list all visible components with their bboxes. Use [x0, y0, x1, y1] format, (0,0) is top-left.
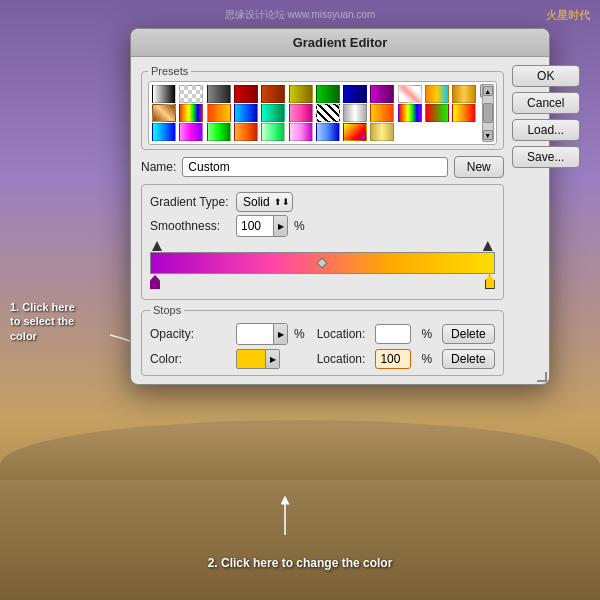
gradient-stop-bottom-row [150, 275, 495, 289]
preset-swatch[interactable] [316, 104, 340, 122]
preset-swatch[interactable] [207, 123, 231, 141]
gradient-midpoint[interactable] [317, 257, 328, 268]
preset-swatch[interactable] [207, 104, 231, 122]
color-swatch [237, 350, 265, 368]
preset-swatch[interactable] [234, 85, 258, 103]
preset-swatch[interactable] [234, 123, 258, 141]
preset-swatch[interactable] [370, 85, 394, 103]
color-location-pct: % [421, 352, 432, 366]
smoothness-input-wrap: ▶ [236, 215, 288, 237]
presets-scrollbar[interactable]: ▲ ▼ [482, 84, 494, 142]
preset-swatch[interactable] [370, 104, 394, 122]
watermark-logo: 火星时代 [546, 8, 590, 23]
preset-swatch[interactable] [343, 85, 367, 103]
gradient-type-select[interactable]: Solid Noise [236, 192, 293, 212]
preset-swatch[interactable] [343, 104, 367, 122]
stop-marker-top-left[interactable] [152, 241, 162, 251]
color-swatch-arrow-icon: ▶ [265, 350, 279, 368]
stops-legend: Stops [150, 304, 184, 316]
preset-swatch[interactable] [452, 104, 476, 122]
preset-swatch[interactable] [152, 85, 176, 103]
opacity-location-input[interactable] [375, 324, 411, 344]
preset-swatch[interactable] [179, 123, 203, 141]
gradient-bar[interactable] [150, 252, 495, 274]
preset-swatch[interactable] [316, 85, 340, 103]
stop-marker-bottom-left[interactable] [150, 275, 160, 289]
color-label: Color: [150, 352, 230, 366]
preset-swatch[interactable] [261, 104, 285, 122]
color-delete-button[interactable]: Delete [442, 349, 495, 369]
resize-handle[interactable] [537, 372, 547, 382]
scroll-up-arrow[interactable]: ▲ [483, 86, 493, 96]
gradient-type-select-wrap: Solid Noise ⬆⬇ [236, 192, 293, 212]
ok-button[interactable]: OK [512, 65, 580, 87]
smoothness-input[interactable] [237, 217, 273, 235]
name-label: Name: [141, 160, 176, 174]
gradient-editor-dialog: Gradient Editor Presets ▶ [130, 28, 550, 385]
opacity-stepper[interactable]: ▶ [273, 324, 287, 344]
preset-swatch[interactable] [425, 85, 449, 103]
opacity-location-pct: % [421, 327, 432, 341]
preset-swatch[interactable] [316, 123, 340, 141]
name-input[interactable] [182, 157, 447, 177]
presets-legend: Presets [148, 65, 191, 77]
opacity-location-label: Location: [317, 327, 366, 341]
gradient-type-label: Gradient Type: [150, 195, 230, 209]
preset-swatch[interactable] [179, 104, 203, 122]
preset-swatch[interactable] [289, 85, 313, 103]
bottom-annotation: 2. Click here to change the color [208, 556, 393, 570]
preset-swatch[interactable] [234, 104, 258, 122]
opacity-label: Opacity: [150, 327, 230, 341]
preset-swatch[interactable] [452, 85, 476, 103]
gradient-bar-area [150, 241, 495, 289]
save-button[interactable]: Save... [512, 146, 580, 168]
smoothness-label: Smoothness: [150, 219, 230, 233]
opacity-delete-button[interactable]: Delete [442, 324, 495, 344]
smoothness-stepper[interactable]: ▶ [273, 216, 287, 236]
opacity-input[interactable] [237, 325, 273, 343]
preset-swatch[interactable] [207, 85, 231, 103]
stop-marker-bottom-right[interactable] [485, 275, 495, 289]
preset-swatch[interactable] [425, 104, 449, 122]
preset-swatch[interactable] [152, 104, 176, 122]
smoothness-pct: % [294, 219, 305, 233]
scroll-down-arrow[interactable]: ▼ [483, 130, 493, 140]
load-button[interactable]: Load... [512, 119, 580, 141]
preset-swatch[interactable] [261, 123, 285, 141]
preset-swatch[interactable] [179, 85, 203, 103]
preset-swatch[interactable] [398, 104, 422, 122]
new-button[interactable]: New [454, 156, 504, 178]
dialog-title: Gradient Editor [293, 35, 388, 50]
opacity-pct: % [294, 327, 305, 341]
scroll-thumb[interactable] [483, 103, 493, 123]
preset-swatch[interactable] [289, 123, 313, 141]
dialog-titlebar: Gradient Editor [131, 29, 549, 57]
annotation-left: 1. Click here to select the color [10, 300, 110, 343]
preset-swatch[interactable] [343, 123, 367, 141]
preset-swatch[interactable] [370, 123, 394, 141]
preset-swatch[interactable] [152, 123, 176, 141]
color-location-label: Location: [317, 352, 366, 366]
presets-grid [152, 85, 493, 141]
cancel-button[interactable]: Cancel [512, 92, 580, 114]
preset-swatch[interactable] [261, 85, 285, 103]
preset-swatch[interactable] [398, 85, 422, 103]
stop-marker-top-right[interactable] [483, 241, 493, 251]
color-swatch-button[interactable]: ▶ [236, 349, 280, 369]
color-location-input[interactable] [375, 349, 411, 369]
watermark-top: 思缘设计论坛 www.missyuan.com [225, 8, 376, 22]
preset-swatch[interactable] [289, 104, 313, 122]
opacity-input-wrap: ▶ [236, 323, 288, 345]
dialog-buttons-panel: OK Cancel Load... Save... [512, 65, 580, 376]
gradient-stop-top-row [150, 241, 495, 251]
